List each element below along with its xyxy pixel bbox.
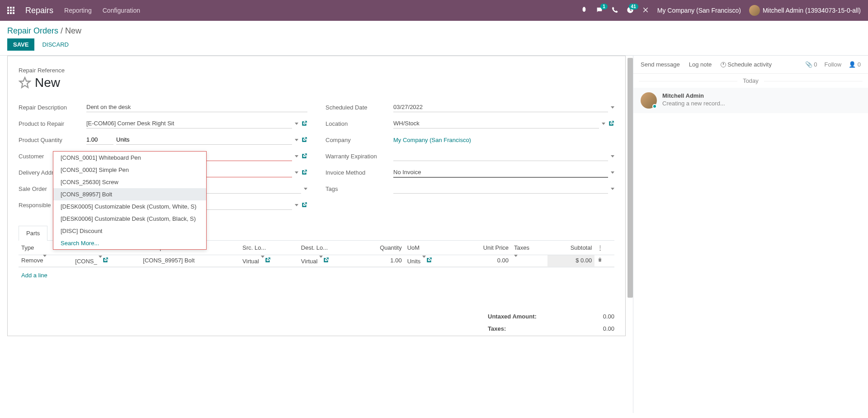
user-menu[interactable]: Mitchell Admin (13934073-15-0-all) xyxy=(749,5,861,16)
breadcrumb-sep: / xyxy=(61,26,65,35)
invoice-caret-icon[interactable] xyxy=(611,171,614,174)
delivery-caret-icon[interactable] xyxy=(295,171,298,174)
row-desc[interactable]: [CONS_89957] Bolt xyxy=(140,255,240,267)
discard-button[interactable]: DISCARD xyxy=(36,38,75,51)
add-line-link[interactable]: Add a line xyxy=(19,267,614,283)
nav-reporting[interactable]: Reporting xyxy=(64,7,92,14)
tags-input[interactable] xyxy=(393,184,608,194)
dropdown-item[interactable]: [CONS_0001] Whiteboard Pen xyxy=(53,152,206,164)
row-src-caret-icon[interactable] xyxy=(261,256,264,265)
qty-input[interactable] xyxy=(86,135,113,145)
row-uom-caret-icon[interactable] xyxy=(422,256,426,265)
row-product-link-icon[interactable] xyxy=(102,257,108,263)
send-message-link[interactable]: Send message xyxy=(641,61,680,68)
location-caret-icon[interactable] xyxy=(602,123,605,125)
location-label: Location xyxy=(326,120,393,127)
tab-parts[interactable]: Parts xyxy=(19,226,47,241)
scrollbar-thumb[interactable] xyxy=(627,58,633,298)
nav-configuration[interactable]: Configuration xyxy=(103,7,140,14)
row-dest-caret-icon[interactable] xyxy=(319,256,323,265)
row-price[interactable]: 0.00 xyxy=(458,255,511,267)
message-avatar xyxy=(641,92,657,109)
dropdown-item[interactable]: [DISC] Discount xyxy=(53,225,206,237)
status-dot-icon xyxy=(652,104,657,109)
phone-icon[interactable] xyxy=(611,6,618,15)
company-switcher[interactable]: My Company (San Francisco) xyxy=(657,7,741,14)
th-subtotal: Subtotal xyxy=(547,241,594,255)
row-dest[interactable]: Virtual xyxy=(301,258,318,265)
dropdown-item[interactable]: [CONS_25630] Screw xyxy=(53,176,206,188)
priority-star-icon[interactable] xyxy=(19,76,31,89)
row-dest-link-icon[interactable] xyxy=(323,257,329,263)
save-button[interactable]: SAVE xyxy=(7,38,34,51)
product-external-link-icon[interactable] xyxy=(301,120,307,127)
dropdown-item[interactable]: [DESK0005] Customizable Desk (Custom, Wh… xyxy=(53,200,206,213)
uom-input[interactable] xyxy=(116,135,292,145)
date-caret-icon[interactable] xyxy=(611,106,614,109)
message-author: Mitchell Admin xyxy=(662,92,725,99)
row-taxes-caret-icon[interactable] xyxy=(514,255,518,264)
product-caret-icon[interactable] xyxy=(295,123,298,125)
navbar: Repairs Reporting Configuration 1 41 My … xyxy=(0,0,868,21)
dropdown-item[interactable]: [DESK0006] Customizable Desk (Custom, Bl… xyxy=(53,213,206,225)
debug-icon[interactable] xyxy=(580,6,588,15)
repair-desc-input[interactable] xyxy=(86,102,307,112)
row-product[interactable]: [CONS_ xyxy=(75,258,97,265)
location-input[interactable] xyxy=(393,119,599,128)
product-input[interactable] xyxy=(86,119,292,128)
row-qty[interactable]: 1.00 xyxy=(357,255,404,267)
log-note-link[interactable]: Log note xyxy=(689,61,712,68)
follower-count[interactable]: 👤 0 xyxy=(849,61,861,68)
close-studio-icon[interactable] xyxy=(642,6,649,15)
warranty-input[interactable] xyxy=(393,151,608,161)
warranty-caret-icon[interactable] xyxy=(611,155,614,157)
user-avatar xyxy=(749,5,760,16)
breadcrumb-parent[interactable]: Repair Orders xyxy=(7,26,58,35)
location-external-link-icon[interactable] xyxy=(608,120,614,127)
activities-icon[interactable]: 41 xyxy=(627,6,634,15)
row-uom-link-icon[interactable] xyxy=(426,257,432,263)
row-delete-icon[interactable] xyxy=(597,257,603,262)
responsible-caret-icon[interactable] xyxy=(295,204,298,206)
invoice-label: Invoice Method xyxy=(326,169,393,176)
dropdown-search-more[interactable]: Search More... xyxy=(53,237,206,249)
th-kebab-icon[interactable]: ⋮ xyxy=(594,241,614,255)
apps-icon[interactable] xyxy=(7,7,14,14)
user-name-label: Mitchell Admin (13934073-15-0-all) xyxy=(763,7,861,14)
row-product-caret-icon[interactable] xyxy=(99,256,102,265)
row-src[interactable]: Virtual xyxy=(242,258,259,265)
follow-button[interactable]: Follow xyxy=(825,61,842,68)
warranty-label: Warranty Expiration xyxy=(326,153,393,160)
record-title: New xyxy=(35,76,60,90)
delivery-external-link-icon[interactable] xyxy=(301,169,307,176)
attachment-count[interactable]: 📎 0 xyxy=(805,61,817,68)
qty-label: Product Quantity xyxy=(19,137,86,143)
untaxed-value: 0.00 xyxy=(603,313,614,320)
messages-icon[interactable]: 1 xyxy=(596,6,603,15)
row-type[interactable]: Remove xyxy=(21,257,43,264)
uom-caret-icon[interactable] xyxy=(295,139,298,141)
responsible-external-link-icon[interactable] xyxy=(301,202,307,208)
breadcrumb-current: New xyxy=(65,26,81,35)
app-title[interactable]: Repairs xyxy=(25,6,53,15)
dropdown-item[interactable]: [CONS_0002] Simple Pen xyxy=(53,164,206,176)
tags-caret-icon[interactable] xyxy=(611,188,614,190)
invoice-input[interactable] xyxy=(393,167,608,178)
row-src-link-icon[interactable] xyxy=(264,257,271,263)
uom-external-link-icon[interactable] xyxy=(301,137,307,143)
table-row: Remove [CONS_ [CONS_89957] Bolt Virtual … xyxy=(19,255,614,267)
dropdown-item[interactable]: [CONS_89957] Bolt xyxy=(53,188,206,200)
row-subtotal: $ 0.00 xyxy=(547,255,594,267)
row-uom[interactable]: Units xyxy=(407,258,421,265)
customer-caret-icon[interactable] xyxy=(295,155,298,157)
company-value[interactable]: My Company (San Francisco) xyxy=(393,137,471,143)
saleorder-caret-icon[interactable] xyxy=(304,188,307,190)
row-type-caret-icon[interactable] xyxy=(43,255,47,264)
clock-icon xyxy=(721,62,726,67)
th-taxes: Taxes xyxy=(511,241,547,255)
taxes-value: 0.00 xyxy=(603,325,614,332)
customer-external-link-icon[interactable] xyxy=(301,153,307,159)
schedule-activity-link[interactable]: Schedule activity xyxy=(721,61,772,68)
date-input[interactable] xyxy=(393,102,608,112)
repair-desc-label: Repair Description xyxy=(19,104,86,111)
